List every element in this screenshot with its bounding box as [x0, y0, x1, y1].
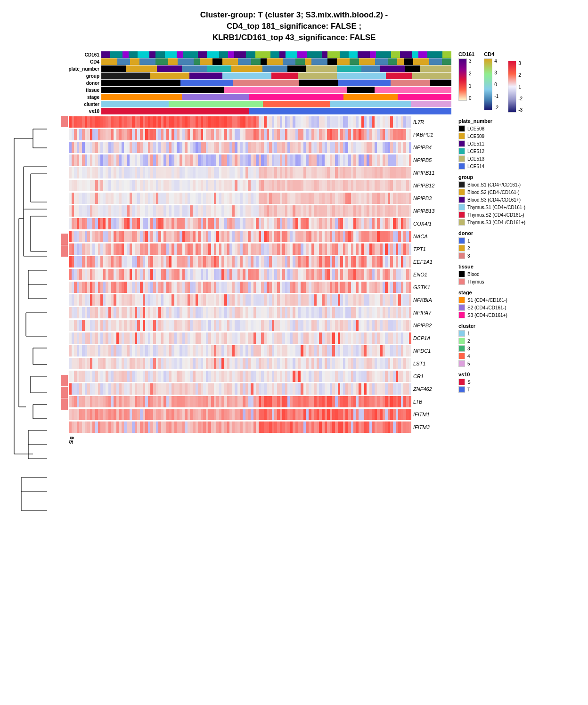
annot-row-cluster: cluster [61, 101, 451, 107]
annot-segment [222, 73, 271, 79]
row-heatmap [69, 243, 411, 255]
annot-segment [306, 65, 337, 72]
annot-segment [295, 58, 305, 65]
row-heatmap [69, 396, 411, 407]
annot-segment [327, 51, 340, 58]
annot-segment [178, 58, 194, 65]
row-heatmap [69, 231, 411, 242]
sig-indicator [61, 316, 68, 327]
annot-segment [411, 101, 451, 107]
legend-item-label: LCE513 [467, 156, 484, 162]
sig-indicator [61, 363, 68, 374]
gene-label: DCP1A [411, 335, 451, 341]
row-heatmap [69, 193, 411, 204]
annot-segment [340, 51, 349, 58]
annot-segment [122, 51, 129, 58]
annot-segment [358, 51, 370, 58]
annot-segment [101, 94, 182, 100]
gene-label: IFITM1 [411, 412, 451, 417]
annotation-rows: CD161CD4plate_numbergroupdonortissuestag… [61, 51, 451, 115]
heatmap-row: NFKBIA [69, 294, 451, 306]
sig-indicator [61, 257, 68, 268]
annot-segment [251, 58, 261, 65]
annot-segment [246, 51, 255, 58]
sig-indicator [61, 375, 68, 386]
annot-segment [194, 58, 200, 65]
legend-item: LCE511 [458, 140, 583, 147]
annot-segment [180, 80, 233, 86]
row-heatmap [69, 116, 411, 128]
legend-swatch [458, 148, 465, 154]
gene-label: ZNF462 [411, 386, 451, 392]
cd161-legend: CD161 3 2 1 0 [458, 51, 474, 113]
legend-item: LCE508 [458, 125, 583, 132]
legend-swatch [458, 345, 465, 352]
annot-segment [398, 94, 451, 100]
sig-indicator [61, 139, 68, 151]
annot-segment [231, 65, 262, 72]
legend-item-label: 2 [467, 339, 470, 344]
row-heatmap [69, 142, 411, 153]
row-heatmap [69, 345, 411, 357]
annot-label: cluster [61, 102, 101, 107]
sig-indicator [61, 234, 68, 245]
heatmap-row: IFITM3 [69, 421, 451, 433]
annot-segment [183, 51, 198, 58]
annot-segment [338, 80, 391, 86]
legend-item: S1 (CD4+/CD161-) [458, 297, 583, 303]
legend-swatch [458, 181, 465, 188]
legend-item-label: S [467, 380, 471, 385]
legend-item-label: 3 [467, 346, 470, 351]
row-heatmap [69, 154, 411, 166]
legend-item: LCE512 [458, 148, 583, 154]
legend-area: CD161 3 2 1 0 CD4 [451, 51, 583, 397]
sig-indicator [61, 245, 68, 257]
sig-indicator [61, 175, 68, 186]
legend-swatch [458, 211, 465, 218]
legend-swatch [458, 140, 465, 147]
gene-label: PABPC1 [411, 132, 451, 138]
legend-swatch [458, 237, 465, 244]
legend-item-label: T [467, 387, 470, 392]
annot-segment [361, 65, 380, 72]
legend-item: S [458, 379, 583, 385]
legend-item-label: Thymus.S3 (CD4-/CD161+) [467, 220, 525, 225]
gene-label: NFKBIA [411, 297, 451, 303]
group-legend-title: group [458, 174, 583, 180]
gene-label: NPIPB5 [411, 157, 451, 163]
legend-item: 1 [458, 330, 583, 337]
row-heatmap [69, 180, 411, 191]
annot-segment [327, 58, 337, 65]
heatmap-row: LTB [69, 396, 451, 408]
annot-segment [157, 65, 182, 72]
annot-bar [101, 87, 451, 93]
stage-legend-title: stage [458, 290, 583, 295]
annot-segment [350, 58, 359, 65]
row-heatmap [69, 383, 411, 395]
legend-swatch [458, 304, 465, 311]
annot-bar [101, 101, 451, 107]
legend-item: LCE509 [458, 133, 583, 139]
annot-row-group: group [61, 73, 451, 79]
sig-column [61, 116, 69, 434]
row-heatmap [69, 129, 411, 140]
row-heatmap [69, 371, 411, 382]
stage-legend-items: S1 (CD4+/CD161-)S2 (CD4-/CD161-)S3 (CD4-… [458, 297, 583, 318]
annot-segment [261, 58, 267, 65]
annot-segment [262, 65, 287, 72]
legend-item-label: LCE508 [467, 126, 484, 131]
annot-row-cd161: CD161 [61, 51, 451, 58]
annot-segment [307, 51, 322, 58]
main-container: Cluster-group: T (cluster 3; S3.mix.with… [0, 0, 588, 480]
legend-swatch [458, 360, 465, 367]
annot-bar [101, 80, 451, 86]
legend-swatch [458, 353, 465, 359]
annot-segment [270, 51, 279, 58]
annot-segment [330, 101, 411, 107]
group-legend-items: Blood.S1 (CD4+/CD161-)Blood.S2 (CD4-/CD1… [458, 181, 583, 226]
legend-swatch [458, 196, 465, 203]
legend-swatch [458, 271, 465, 277]
donor-legend-title: donor [458, 230, 583, 236]
cd4-legend-title: CD4 [484, 51, 498, 57]
annot-segment [442, 58, 451, 65]
